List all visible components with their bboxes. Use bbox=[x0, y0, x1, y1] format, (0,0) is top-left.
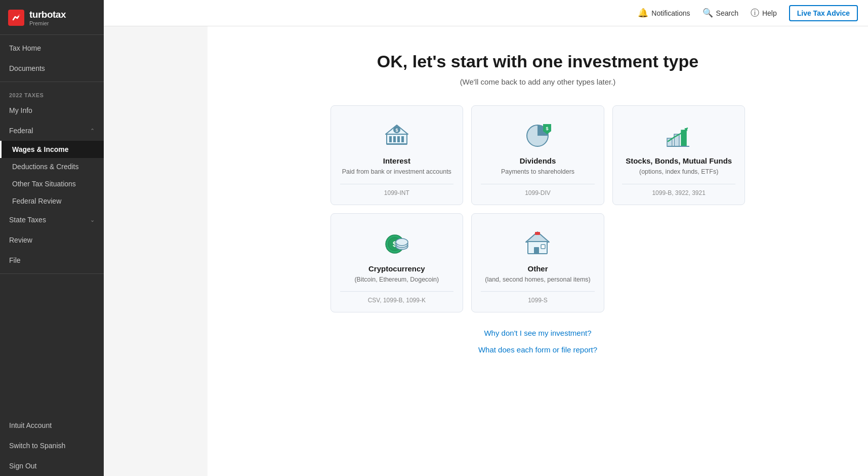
federal-chevron-up: ⌃ bbox=[90, 128, 95, 134]
interest-icon: $ bbox=[382, 120, 411, 151]
card-empty bbox=[612, 213, 746, 313]
sidebar-item-switch-spanish[interactable]: Switch to Spanish bbox=[0, 435, 104, 456]
card-dividends[interactable]: $ Dividends Payments to shareholders 109… bbox=[471, 105, 604, 205]
svg-rect-6 bbox=[401, 136, 404, 142]
crypto-desc: (Bitcoin, Ethereum, Dogecoin) bbox=[354, 275, 439, 285]
help-icon: ⓘ bbox=[751, 7, 759, 19]
investment-cards-row1: $ Interest Paid from bank or investment … bbox=[330, 105, 746, 205]
stocks-form: 1099-B, 3922, 3921 bbox=[622, 184, 736, 196]
svg-text:$: $ bbox=[546, 126, 549, 131]
interest-title: Interest bbox=[383, 156, 410, 165]
brand-name: turbotax bbox=[29, 9, 66, 20]
logo-icon bbox=[8, 10, 24, 26]
stocks-icon bbox=[663, 120, 694, 151]
edition-name: Premier bbox=[29, 20, 66, 26]
svg-rect-3 bbox=[389, 136, 392, 142]
main-content: OK, let's start with one investment type… bbox=[208, 26, 868, 476]
link-section: Why don't I see my investment? What does… bbox=[238, 329, 838, 354]
section-label-2022: 2022 TAXES bbox=[0, 85, 104, 100]
dividends-title: Dividends bbox=[520, 156, 556, 165]
svg-point-23 bbox=[396, 239, 408, 246]
investment-cards-row2: $ Cryptocurrency (Bitcoin, Ethereum, Dog… bbox=[330, 213, 746, 313]
sidebar-bottom: Intuit Account Switch to Spanish Sign Ou… bbox=[0, 415, 104, 476]
other-icon bbox=[522, 228, 553, 259]
other-desc: (land, second homes, personal items) bbox=[485, 275, 590, 285]
logo-area: turbotax Premier bbox=[0, 0, 104, 31]
card-crypto[interactable]: $ Cryptocurrency (Bitcoin, Ethereum, Dog… bbox=[330, 213, 464, 313]
svg-rect-28 bbox=[535, 232, 540, 235]
other-form: 1099-S bbox=[481, 291, 595, 304]
search-icon: 🔍 bbox=[702, 8, 713, 18]
interest-form: 1099-INT bbox=[340, 184, 454, 196]
sidebar-item-file[interactable]: File bbox=[0, 250, 104, 270]
svg-point-0 bbox=[18, 14, 20, 16]
other-title: Other bbox=[527, 264, 548, 273]
svg-text:$: $ bbox=[395, 128, 398, 133]
sidebar-item-state-taxes[interactable]: State Taxes ⌄ bbox=[0, 210, 104, 230]
search-button[interactable]: 🔍 Search bbox=[702, 8, 738, 18]
svg-rect-26 bbox=[534, 247, 539, 254]
crypto-title: Cryptocurrency bbox=[368, 264, 425, 273]
sidebar-item-federal-review[interactable]: Federal Review bbox=[0, 192, 104, 210]
bell-icon: 🔔 bbox=[638, 8, 648, 18]
link-why-no-investment[interactable]: Why don't I see my investment? bbox=[238, 329, 838, 337]
sidebar-item-intuit-account[interactable]: Intuit Account bbox=[0, 415, 104, 435]
sidebar-item-wages-income[interactable]: Wages & Income bbox=[0, 141, 104, 158]
svg-rect-5 bbox=[397, 136, 400, 142]
svg-rect-7 bbox=[387, 143, 407, 145]
dividends-form: 1099-DIV bbox=[481, 184, 595, 196]
svg-rect-27 bbox=[541, 245, 545, 249]
help-button[interactable]: ⓘ Help bbox=[751, 7, 777, 19]
page-subtitle: (We'll come back to add any other types … bbox=[238, 77, 838, 86]
card-other[interactable]: Other (land, second homes, personal item… bbox=[471, 213, 604, 313]
live-tax-button[interactable]: Live Tax Advice bbox=[789, 5, 858, 21]
dividends-desc: Payments to shareholders bbox=[501, 168, 574, 177]
sidebar-item-review[interactable]: Review bbox=[0, 230, 104, 250]
logo-text: turbotax Premier bbox=[29, 9, 66, 26]
state-taxes-chevron: ⌄ bbox=[90, 217, 95, 223]
card-stocks[interactable]: Stocks, Bonds, Mutual Funds (options, in… bbox=[612, 105, 746, 205]
notifications-button[interactable]: 🔔 Notifications bbox=[638, 8, 690, 18]
link-form-report[interactable]: What does each form or file report? bbox=[238, 345, 838, 354]
sidebar-item-tax-home[interactable]: Tax Home bbox=[0, 38, 104, 58]
sidebar-item-federal[interactable]: Federal ⌃ bbox=[0, 121, 104, 141]
sidebar-item-deductions[interactable]: Deductions & Credits bbox=[0, 158, 104, 175]
svg-rect-4 bbox=[393, 136, 396, 142]
sidebar-item-my-info[interactable]: My Info bbox=[0, 100, 104, 121]
topbar: 🔔 Notifications 🔍 Search ⓘ Help Live Tax… bbox=[104, 0, 868, 26]
interest-desc: Paid from bank or investment accounts bbox=[342, 168, 451, 177]
crypto-form: CSV, 1099-B, 1099-K bbox=[340, 291, 454, 304]
sidebar-item-sign-out[interactable]: Sign Out bbox=[0, 456, 104, 476]
stocks-title: Stocks, Bonds, Mutual Funds bbox=[626, 156, 732, 165]
sidebar: turbotax Premier Tax Home Documents 2022… bbox=[0, 0, 104, 476]
stocks-desc: (options, index funds, ETFs) bbox=[639, 168, 718, 177]
page-title: OK, let's start with one investment type bbox=[238, 52, 838, 71]
crypto-icon: $ bbox=[380, 228, 414, 259]
card-interest[interactable]: $ Interest Paid from bank or investment … bbox=[330, 105, 464, 205]
dividends-icon: $ bbox=[522, 120, 553, 151]
sidebar-item-other-tax[interactable]: Other Tax Situations bbox=[0, 175, 104, 192]
sidebar-item-documents[interactable]: Documents bbox=[0, 58, 104, 78]
